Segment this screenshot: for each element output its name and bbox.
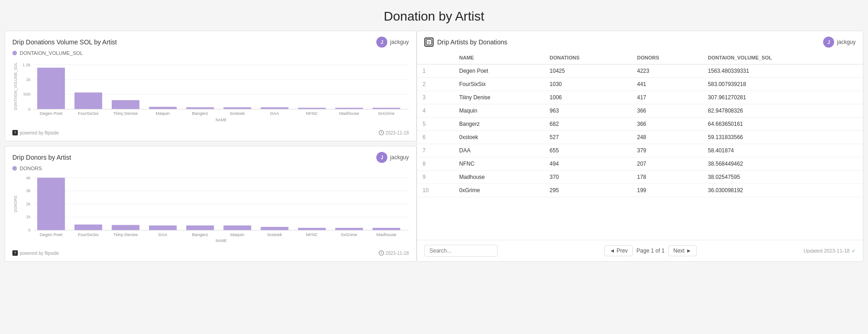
chart1-date: 2023-11-18 bbox=[379, 130, 409, 135]
svg-text:0xstoek: 0xstoek bbox=[267, 232, 282, 237]
table-row: 10 0xGrime 295 199 36.030098192 bbox=[417, 184, 863, 197]
svg-text:FourSixSix: FourSixSix bbox=[78, 111, 99, 116]
right-panel: D Drip Artists by Donations J jackguy NA… bbox=[417, 31, 863, 262]
cell-name: 0xGrime bbox=[454, 184, 544, 197]
svg-text:2k: 2k bbox=[26, 201, 31, 206]
chart1-powered-by: f powered by flipside bbox=[12, 130, 59, 135]
drip-icon: D bbox=[424, 38, 434, 47]
svg-rect-50 bbox=[298, 228, 326, 230]
cell-donors: 417 bbox=[632, 91, 703, 104]
svg-rect-47 bbox=[186, 226, 214, 230]
svg-text:0: 0 bbox=[28, 107, 30, 112]
chart2-legend-dot bbox=[12, 166, 17, 171]
next-button[interactable]: Next ► bbox=[668, 245, 697, 256]
table-row: 5 Bangerz 682 366 64.663650161 bbox=[417, 118, 863, 131]
svg-rect-14 bbox=[223, 108, 251, 109]
chart1-svg: 1.5k 1k 500 0 DONTAION_VOLUME_SOL bbox=[12, 58, 409, 127]
col-name: NAME bbox=[454, 51, 544, 65]
table-row: 6 0xstoek 527 248 59.131833566 bbox=[417, 131, 863, 144]
cell-volume: 38.568449462 bbox=[702, 157, 863, 171]
svg-rect-9 bbox=[37, 68, 65, 109]
table-head-row: NAME DONATIONS DONORS DONTAION_VOLUME_SO… bbox=[417, 51, 863, 65]
chart1-legend: DONTAION_VOLUME_SOL bbox=[12, 50, 409, 56]
svg-text:DONORS: DONORS bbox=[13, 195, 18, 212]
table-row: 3 Tiiiny Denise 1006 417 307.961270281 bbox=[417, 91, 863, 104]
chart2-user: J jackguy bbox=[376, 152, 409, 163]
svg-text:Maquin: Maquin bbox=[230, 232, 244, 237]
cell-name: 0xstoek bbox=[454, 131, 544, 144]
cell-volume: 38.02547595 bbox=[702, 171, 863, 184]
prev-button[interactable]: ◄ Prev bbox=[604, 245, 633, 256]
table-row: 8 NFNC 494 207 38.568449462 bbox=[417, 157, 863, 171]
svg-rect-15 bbox=[261, 108, 289, 109]
svg-rect-48 bbox=[223, 226, 251, 230]
svg-text:D: D bbox=[428, 40, 430, 44]
cell-rank: 1 bbox=[417, 65, 454, 78]
table-footer: ◄ Prev Page 1 of 1 Next ► Updated 2023-1… bbox=[417, 240, 863, 261]
svg-text:4k: 4k bbox=[26, 175, 31, 180]
chart1-user: J jackguy bbox=[376, 37, 409, 48]
svg-text:0xGrime: 0xGrime bbox=[341, 232, 357, 237]
page-title: Donation by Artist bbox=[0, 0, 868, 31]
cell-rank: 4 bbox=[417, 104, 454, 118]
cell-rank: 2 bbox=[417, 78, 454, 91]
cell-rank: 3 bbox=[417, 91, 454, 104]
svg-text:NFNC: NFNC bbox=[306, 111, 318, 116]
cell-rank: 10 bbox=[417, 184, 454, 197]
svg-rect-13 bbox=[186, 108, 214, 109]
svg-text:DAA: DAA bbox=[158, 232, 168, 237]
svg-text:Madhouse: Madhouse bbox=[339, 111, 359, 116]
svg-text:0xstoek: 0xstoek bbox=[230, 111, 245, 116]
chart2-svg: 4k 3k 2k 1k 0 DONORS bbox=[12, 173, 409, 247]
svg-rect-49 bbox=[261, 227, 289, 230]
svg-text:1k: 1k bbox=[26, 77, 31, 82]
svg-text:0: 0 bbox=[28, 228, 30, 233]
pagination: ◄ Prev Page 1 of 1 Next ► bbox=[604, 245, 696, 256]
table-user: J jackguy bbox=[823, 37, 856, 48]
table-row: 7 DAA 655 379 58.401874 bbox=[417, 144, 863, 157]
cell-name: Tiiiny Denise bbox=[454, 91, 544, 104]
cell-donations: 370 bbox=[544, 171, 632, 184]
cell-donations: 655 bbox=[544, 144, 632, 157]
cell-donations: 963 bbox=[544, 104, 632, 118]
left-panel: Drip Donations Volume SOL by Artist J ja… bbox=[5, 31, 417, 262]
svg-rect-45 bbox=[112, 225, 140, 230]
chart2-card: Drip Donors by Artist J jackguy DONORS bbox=[5, 146, 417, 262]
cell-volume: 64.663650161 bbox=[702, 118, 863, 131]
cell-donors: 366 bbox=[632, 104, 703, 118]
table-row: 4 Maquin 963 366 82.947808326 bbox=[417, 104, 863, 118]
table-title: Drip Artists by Donations bbox=[437, 38, 507, 46]
svg-rect-44 bbox=[75, 225, 103, 231]
cell-volume: 1563.480339331 bbox=[702, 65, 863, 78]
cell-donations: 10425 bbox=[544, 65, 632, 78]
cell-rank: 5 bbox=[417, 118, 454, 131]
svg-text:Tiiiny Denise: Tiiiny Denise bbox=[114, 111, 138, 116]
cell-rank: 6 bbox=[417, 131, 454, 144]
cell-rank: 9 bbox=[417, 171, 454, 184]
col-donations: DONATIONS bbox=[544, 51, 632, 65]
search-input[interactable] bbox=[424, 245, 498, 257]
cell-donors: 379 bbox=[632, 144, 703, 157]
svg-text:DONTAION_VOLUME_SOL: DONTAION_VOLUME_SOL bbox=[13, 62, 18, 110]
cell-name: Madhouse bbox=[454, 171, 544, 184]
svg-rect-46 bbox=[149, 226, 177, 230]
cell-volume: 59.131833566 bbox=[702, 131, 863, 144]
chart2-avatar: J bbox=[376, 152, 387, 163]
svg-text:1.5k: 1.5k bbox=[22, 63, 31, 67]
chart1-legend-dot bbox=[12, 51, 17, 55]
cell-donors: 207 bbox=[632, 157, 703, 171]
cell-rank: 7 bbox=[417, 144, 454, 157]
cell-donors: 441 bbox=[632, 78, 703, 91]
svg-rect-43 bbox=[37, 178, 65, 231]
table-title-group: D Drip Artists by Donations bbox=[424, 38, 507, 47]
cell-name: Maquin bbox=[454, 104, 544, 118]
cell-donations: 1006 bbox=[544, 91, 632, 104]
svg-text:1k: 1k bbox=[26, 214, 31, 219]
cell-name: Bangerz bbox=[454, 118, 544, 131]
check-icon: ✓ bbox=[852, 248, 856, 254]
updated-info: Updated 2023-11-18 ✓ bbox=[803, 248, 856, 254]
cell-name: FourSixSix bbox=[454, 78, 544, 91]
svg-text:Tiiiny Denise: Tiiiny Denise bbox=[114, 232, 138, 237]
svg-text:500: 500 bbox=[23, 92, 31, 97]
cell-donations: 1030 bbox=[544, 78, 632, 91]
